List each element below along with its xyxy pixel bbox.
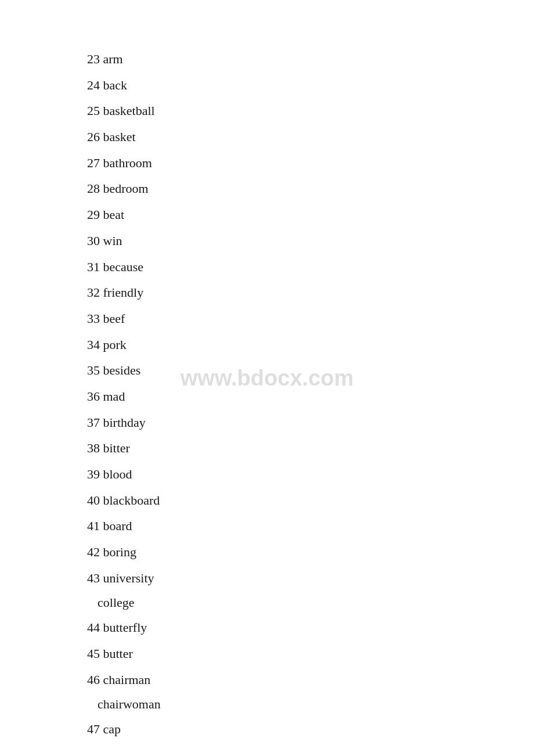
list-item: 23 arm <box>87 46 534 73</box>
sub-item: college <box>87 591 534 615</box>
list-item: 32 friendly <box>87 280 534 306</box>
list-item: 37 birthday <box>87 410 534 436</box>
list-item: 38 bitter <box>87 435 534 462</box>
list-item: 34 pork <box>87 332 534 358</box>
list-item: 25 basketball <box>87 98 534 124</box>
list-item: 42 boring <box>87 539 534 566</box>
sub-item: chairwoman <box>87 693 534 717</box>
list-item: 29 beat <box>87 202 534 228</box>
list-item: 28 bedroom <box>87 176 534 202</box>
list-item: 44 butterfly <box>87 615 534 641</box>
list-item: 26 basket <box>87 124 534 150</box>
list-item: 39 blood <box>87 462 534 488</box>
list-item: 45 butter <box>87 641 534 667</box>
list-item: 30 win <box>87 228 534 254</box>
list-item: 31 because <box>87 254 534 280</box>
list-item: 24 back <box>87 73 534 99</box>
list-item: 41 board <box>87 513 534 539</box>
list-item: 36 mad <box>87 384 534 410</box>
list-item: 43 university <box>87 566 534 592</box>
list-item: 35 besides <box>87 358 534 384</box>
list-item: 46 chairman <box>87 667 534 693</box>
word-list: 23 arm24 back25 basketball26 basket27 ba… <box>0 0 534 756</box>
list-item: 33 beef <box>87 306 534 332</box>
list-item: 27 bathroom <box>87 150 534 177</box>
list-item: 47 cap <box>87 717 534 743</box>
list-item: 40 blackboard <box>87 488 534 514</box>
